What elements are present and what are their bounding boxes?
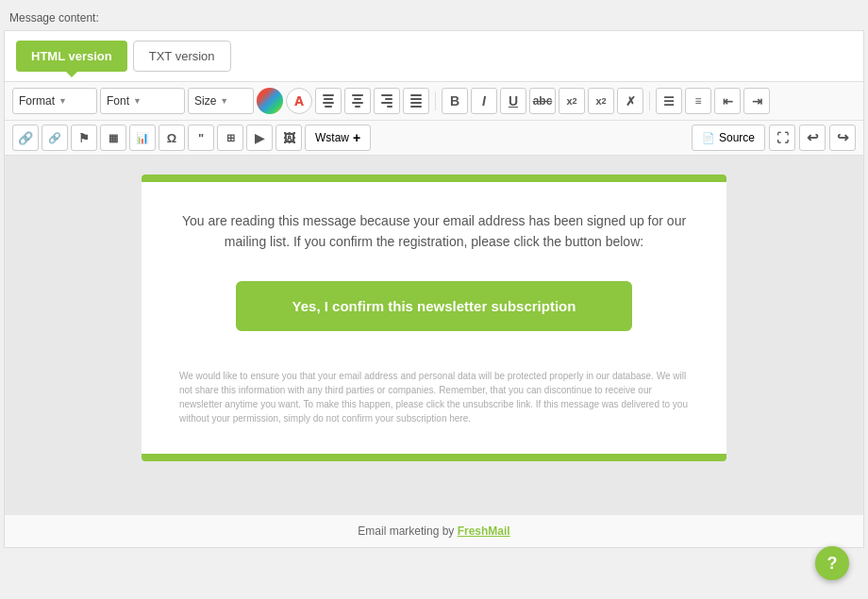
underline-button[interactable]: U — [500, 88, 526, 114]
table-button[interactable]: ⊞ — [217, 125, 243, 151]
justify-icon — [410, 94, 422, 108]
align-left-button[interactable] — [315, 88, 342, 114]
align-center-icon — [352, 94, 363, 108]
fullscreen-button[interactable]: ⛶ — [769, 125, 795, 151]
ordered-list-button[interactable]: ≡ — [685, 88, 711, 114]
email-footer-text: We would like to ensure you that your em… — [179, 359, 689, 435]
strikethrough-button[interactable]: abc — [529, 88, 556, 114]
message-content-label: Message content: — [0, 8, 868, 30]
help-button[interactable]: ? — [815, 546, 849, 580]
bold-button[interactable]: B — [442, 88, 468, 114]
quote-button[interactable]: " — [188, 125, 214, 151]
chart-button[interactable]: 📊 — [129, 125, 156, 151]
email-preview: You are reading this message because you… — [142, 175, 726, 461]
confirm-subscription-button[interactable]: Yes, I confirm this newsletter subscript… — [236, 281, 633, 331]
redo-button[interactable]: ↪ — [829, 125, 856, 151]
align-center-button[interactable] — [344, 88, 371, 114]
link-button[interactable]: 🔗 — [12, 125, 39, 151]
format-arrow-icon: ▼ — [58, 96, 67, 106]
superscript-button[interactable]: x2 — [588, 88, 614, 114]
font-select[interactable]: Font ▼ — [100, 88, 185, 114]
align-right-button[interactable] — [374, 88, 400, 114]
clear-format-button[interactable]: ✗ — [617, 88, 643, 114]
justify-button[interactable] — [403, 88, 429, 114]
color-picker-button[interactable] — [257, 88, 283, 114]
omega-button[interactable]: Ω — [159, 125, 185, 151]
txt-version-tab[interactable]: TXT version — [133, 41, 231, 72]
separator-1 — [435, 92, 436, 110]
size-select[interactable]: Size ▼ — [188, 88, 254, 114]
html-version-tab[interactable]: HTML version — [16, 41, 127, 72]
table-insert-button[interactable]: ▦ — [100, 125, 126, 151]
editor-content-area: You are reading this message because you… — [5, 156, 863, 514]
unlink-button[interactable]: 🔗 — [42, 125, 68, 151]
source-button[interactable]: 📄 Source — [692, 125, 765, 151]
editor-container: HTML version TXT version Format ▼ Font ▼… — [4, 30, 864, 548]
toolbar-row-2: 🔗 🔗 ⚑ ▦ 📊 Ω " ⊞ ▶ 🖼 Wstaw + 📄 Source ⛶ ↩ — [5, 121, 863, 156]
page-wrapper: Message content: HTML version TXT versio… — [0, 0, 868, 599]
indent-button[interactable]: ⇥ — [743, 88, 770, 114]
play-button[interactable]: ▶ — [246, 125, 273, 151]
flag-button[interactable]: ⚑ — [71, 125, 97, 151]
italic-button[interactable]: I — [471, 88, 497, 114]
email-bottom-bar — [142, 454, 726, 461]
outdent-button[interactable]: ⇤ — [714, 88, 741, 114]
undo-button[interactable]: ↩ — [799, 125, 826, 151]
toolbar-row-1: Format ▼ Font ▼ Size ▼ A — [5, 82, 863, 121]
wstaw-plus-icon: + — [353, 130, 360, 145]
email-top-bar — [142, 175, 726, 182]
size-arrow-icon: ▼ — [220, 96, 228, 106]
align-right-icon — [381, 94, 392, 108]
image-button[interactable]: 🖼 — [275, 125, 302, 151]
font-arrow-icon: ▼ — [133, 96, 142, 106]
email-body: You are reading this message because you… — [142, 182, 726, 454]
separator-2 — [649, 92, 650, 110]
format-select[interactable]: Format ▼ — [12, 88, 97, 114]
email-main-text: You are reading this message because you… — [179, 210, 689, 253]
font-color-button[interactable]: A — [286, 88, 312, 114]
bottom-attribution: Email marketing by FreshMail — [5, 514, 863, 547]
version-tabs: HTML version TXT version — [5, 31, 863, 82]
align-left-icon — [323, 94, 334, 108]
unordered-list-button[interactable]: ☰ — [656, 88, 682, 114]
source-icon: 📄 — [702, 132, 715, 144]
subscript-button[interactable]: x2 — [559, 88, 585, 114]
wstaw-button[interactable]: Wstaw + — [305, 125, 371, 151]
freshmail-link[interactable]: FreshMail — [458, 524, 510, 538]
toolbar-right-group: 📄 Source ⛶ ↩ ↪ — [692, 125, 856, 151]
